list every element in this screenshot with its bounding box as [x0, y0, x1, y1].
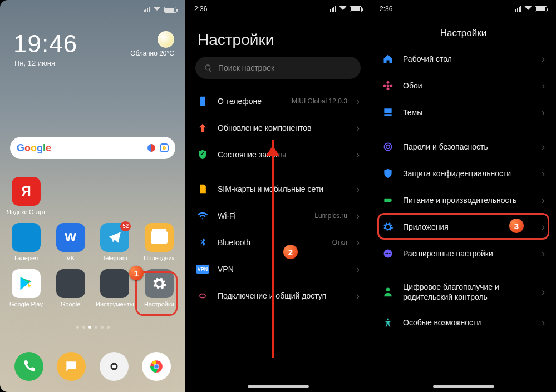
row-apps[interactable]: Приложения ›	[371, 214, 556, 240]
signal-icon	[144, 7, 150, 12]
row-accessibility[interactable]: Особые возможности ›	[371, 309, 556, 336]
row-label: Обновление компонентов	[218, 123, 347, 133]
row-label: Обои	[403, 81, 533, 91]
clock-widget[interactable]: 19:46	[13, 30, 77, 58]
row-about-phone[interactable]: О телефоне MIUI Global 12.0.3 ›	[185, 88, 371, 115]
nav-handle[interactable]	[248, 385, 309, 388]
svg-rect-14	[384, 199, 391, 202]
page-indicator	[0, 326, 185, 329]
wifi-icon	[524, 5, 532, 13]
svg-rect-15	[391, 199, 392, 201]
lens-icon[interactable]	[160, 143, 169, 152]
nav-handle[interactable]	[433, 385, 494, 388]
svg-point-12	[384, 143, 391, 150]
page-title: Настройки	[185, 18, 371, 57]
chevron-right-icon: ›	[542, 80, 545, 92]
settings-search[interactable]: Поиск настроек	[195, 57, 361, 79]
settings-screen-1: 2:36 Настройки Поиск настроек О телефоне…	[185, 0, 371, 392]
row-desktop[interactable]: Рабочий стол ›	[371, 46, 556, 72]
date-widget[interactable]: Пн, 12 июня	[14, 59, 55, 67]
weather-widget[interactable]: Облачно 20°C	[130, 31, 174, 57]
svg-point-17	[385, 253, 387, 255]
app-gallery[interactable]: Галерея	[7, 223, 46, 261]
step-marker-2: 2	[283, 245, 298, 259]
home-screen: 19:46 Пн, 12 июня Облачно 20°C Google Ян…	[0, 0, 185, 392]
svg-point-7	[387, 85, 390, 87]
chevron-right-icon: ›	[356, 122, 360, 134]
link-icon	[196, 290, 209, 302]
home-icon	[382, 53, 394, 65]
mic-icon[interactable]	[147, 144, 155, 152]
chevron-right-icon: ›	[356, 183, 360, 195]
row-label: Темы	[403, 107, 533, 117]
folder-tools[interactable]: Инструменты	[95, 269, 134, 307]
flower-icon	[382, 80, 394, 92]
status-time: 2:36	[194, 5, 207, 13]
app-files[interactable]: Проводник	[140, 223, 179, 261]
row-passwords[interactable]: Пароли и безопасность ›	[371, 133, 556, 160]
row-advanced[interactable]: Расширенные настройки ›	[371, 240, 556, 267]
svg-point-5	[154, 364, 159, 369]
row-label: Рабочий стол	[403, 54, 533, 64]
app-vk[interactable]: W VK	[51, 223, 90, 261]
app-label: Google Play	[7, 301, 46, 307]
weather-temp: 20°C	[159, 49, 174, 57]
chevron-right-icon: ›	[542, 286, 545, 298]
arrow-up-icon	[196, 122, 209, 134]
svg-point-10	[383, 85, 386, 87]
app-yandex[interactable]: Яндекс Старт	[7, 177, 46, 215]
row-privacy[interactable]: Защита конфиденциальности ›	[371, 160, 556, 187]
row-wellbeing[interactable]: Цифровое благополучие и родительский кон…	[371, 275, 556, 309]
app-telegram[interactable]: 52 Telegram	[95, 223, 134, 261]
row-themes[interactable]: Темы ›	[371, 99, 556, 126]
dock-chrome[interactable]	[142, 352, 171, 381]
svg-point-20	[386, 288, 390, 292]
weather-icon	[158, 31, 174, 48]
row-wallpaper[interactable]: Обои ›	[371, 72, 556, 99]
svg-point-13	[386, 145, 390, 149]
annotation-highlight-1	[135, 271, 178, 316]
status-bar: 2:36	[371, 0, 556, 18]
row-sim[interactable]: SIM-карты и мобильные сети ›	[185, 176, 371, 202]
dock-phone[interactable]	[14, 352, 43, 381]
row-tethering[interactable]: Подключение и общий доступ ›	[185, 282, 371, 309]
badge: 52	[120, 221, 131, 231]
row-label: SIM-карты и мобильные сети	[218, 184, 347, 194]
status-icons	[330, 5, 362, 13]
row-system-updates[interactable]: Обновление компонентов ›	[185, 115, 371, 141]
app-label: Telegram	[95, 255, 134, 261]
row-vpn[interactable]: VPN VPN ›	[185, 256, 371, 282]
row-battery[interactable]: Питание и производительность ›	[371, 187, 556, 214]
row-label: Питание и производительность	[403, 195, 533, 205]
svg-point-19	[389, 253, 391, 255]
dock-camera[interactable]	[100, 352, 129, 381]
row-wifi[interactable]: Wi-Fi Lumpics.ru ›	[185, 202, 371, 229]
svg-point-8	[387, 81, 390, 84]
gallery-icon	[12, 223, 41, 252]
app-label: Яндекс Старт	[7, 209, 46, 215]
app-label: Проводник	[140, 255, 179, 261]
settings-screen-2: 2:36 Настройки Рабочий стол › Обои › Тем…	[371, 0, 556, 392]
fingerprint-icon	[382, 141, 394, 153]
page-title: Настройки	[371, 18, 556, 46]
row-meta: MIUI Global 12.0.3	[292, 97, 347, 105]
app-play-store[interactable]: Google Play	[7, 269, 46, 307]
svg-rect-6	[200, 97, 205, 106]
dock-messages[interactable]	[57, 352, 86, 381]
step-marker-3: 3	[509, 219, 524, 233]
chevron-right-icon: ›	[356, 290, 360, 302]
wifi-icon	[153, 6, 161, 13]
search-placeholder: Поиск настроек	[218, 63, 274, 72]
wifi-icon	[339, 5, 347, 13]
chevron-right-icon: ›	[356, 237, 360, 249]
row-label: Особые возможности	[403, 317, 533, 328]
chevron-right-icon: ›	[542, 141, 545, 153]
row-bluetooth[interactable]: Bluetooth Откл ›	[185, 229, 371, 256]
google-logo-icon: Google	[17, 142, 51, 154]
row-label: Пароли и безопасность	[403, 142, 533, 152]
folder-icon	[100, 269, 129, 298]
vk-icon: W	[56, 223, 85, 252]
app-label: Инструменты	[95, 301, 134, 307]
google-search-bar[interactable]: Google	[10, 137, 175, 159]
folder-google[interactable]: Google	[51, 269, 90, 307]
